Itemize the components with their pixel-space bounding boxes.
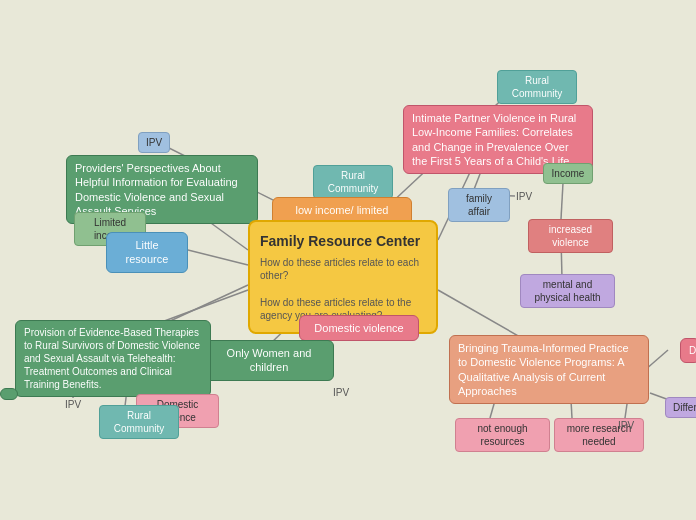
center-title: Family Resource Center	[260, 232, 426, 250]
du-node: Du...	[680, 338, 696, 363]
mind-map: Rural Community Intimate Partner Violenc…	[0, 0, 696, 520]
svg-line-4	[561, 183, 563, 219]
ipv-family-label: IPV	[516, 191, 532, 202]
ipv-left-label: IPV	[65, 399, 81, 410]
rural-community-top-node: Rural Community	[497, 70, 577, 104]
left-edge-node	[0, 388, 18, 400]
family-affair-node: family affair	[448, 188, 510, 222]
bringing-article-node: Bringing Trauma-Informed Practice to Dom…	[449, 335, 649, 404]
ipv-dv-label: IPV	[333, 387, 349, 398]
different-node: Differ...	[665, 397, 696, 418]
increased-violence-node: increased violence	[528, 219, 613, 253]
ipv-top-node: IPV	[138, 132, 170, 153]
only-women-node: Only Women and children	[204, 340, 334, 381]
not-enough-resources-node: not enough resources	[455, 418, 550, 452]
income-node: Income	[543, 163, 593, 184]
ipv-right-label: IPV	[618, 420, 634, 431]
mental-physical-health-node: mental and physical health	[520, 274, 615, 308]
little-resource-node: Little resource	[106, 232, 188, 273]
center-subtitle-1: How do these articles relate to each oth…	[260, 256, 426, 282]
rural-community-bot-node: Rural Community	[99, 405, 179, 439]
provision-article-node: Provision of Evidence-Based Therapies to…	[15, 320, 211, 397]
rural-community-mid-node: Rural Community	[313, 165, 393, 199]
domestic-violence-node: Domestic violence	[299, 315, 419, 341]
